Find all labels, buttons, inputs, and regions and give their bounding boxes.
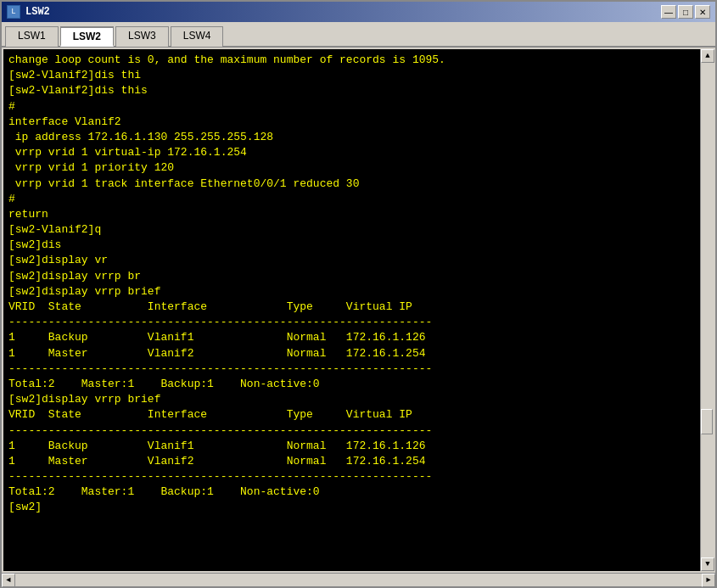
terminal-wrapper: change loop count is 0, and the maximum … xyxy=(2,48,715,573)
scroll-right-button[interactable]: ► xyxy=(702,574,715,587)
terminal-output[interactable]: change loop count is 0, and the maximum … xyxy=(3,49,700,571)
window-icon: L xyxy=(7,5,20,19)
scroll-left-button[interactable]: ◄ xyxy=(2,574,15,587)
main-window: L LSW2 — □ ✕ LSW1 LSW2 LSW3 LSW4 change … xyxy=(0,0,717,588)
tab-LSW1[interactable]: LSW1 xyxy=(5,26,59,47)
vertical-scrollbar: ▲ ▼ xyxy=(700,49,714,571)
scroll-track[interactable] xyxy=(701,63,714,557)
title-bar-buttons: — □ ✕ xyxy=(661,5,710,19)
tab-LSW3[interactable]: LSW3 xyxy=(115,26,169,47)
scroll-down-button[interactable]: ▼ xyxy=(701,557,714,571)
scroll-up-button[interactable]: ▲ xyxy=(701,49,714,63)
tab-bar: LSW1 LSW2 LSW3 LSW4 xyxy=(2,22,715,48)
minimize-button[interactable]: — xyxy=(661,5,676,19)
window-title: LSW2 xyxy=(25,6,50,18)
horizontal-scrollbar: ◄ ► xyxy=(2,573,715,586)
close-button[interactable]: ✕ xyxy=(695,5,710,19)
title-bar: L LSW2 — □ ✕ xyxy=(2,2,715,22)
title-bar-left: L LSW2 xyxy=(7,5,50,19)
tab-LSW2[interactable]: LSW2 xyxy=(60,26,114,47)
h-scroll-track[interactable] xyxy=(15,574,702,586)
scroll-thumb[interactable] xyxy=(701,409,713,434)
tab-LSW4[interactable]: LSW4 xyxy=(171,26,224,47)
maximize-button[interactable]: □ xyxy=(678,5,693,19)
icon-label: L xyxy=(11,8,15,16)
